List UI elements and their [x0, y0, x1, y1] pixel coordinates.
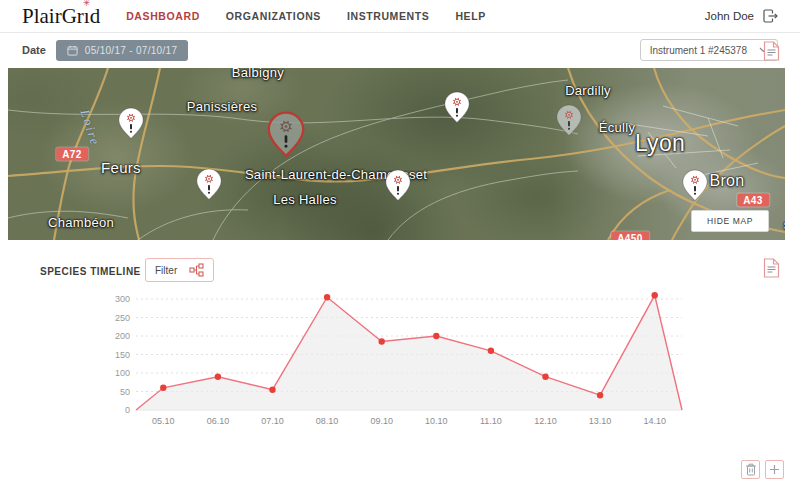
map-marker[interactable]: [196, 168, 223, 201]
logout-icon[interactable]: [763, 9, 778, 23]
map-place-label: Feurs: [101, 159, 141, 176]
map-marker[interactable]: [118, 107, 145, 140]
svg-text:12.10: 12.10: [534, 416, 557, 426]
dashboard-page: PlairGr✳ıd DASHBOARDORGANIZATIONSINSTRUM…: [0, 0, 800, 500]
trash-icon: [745, 463, 757, 476]
chart-point[interactable]: [542, 374, 548, 380]
map-place-label: Dardilly: [565, 83, 611, 98]
road-badge: A72: [56, 148, 88, 161]
filter-icon: [189, 263, 204, 277]
chart-point[interactable]: [324, 294, 330, 300]
road-badge: A450: [611, 232, 649, 241]
toolbar-right: Instrument 1 #245378: [640, 39, 778, 61]
chart-point[interactable]: [379, 338, 385, 344]
nav-item-organizations[interactable]: ORGANIZATIONS: [226, 10, 321, 22]
svg-text:08.10: 08.10: [316, 416, 339, 426]
map-place-label: Chambéon: [48, 215, 114, 230]
filter-button[interactable]: Filter: [145, 258, 214, 282]
svg-text:14.10: 14.10: [643, 416, 666, 426]
svg-text:09.10: 09.10: [370, 416, 393, 426]
app-logo[interactable]: PlairGr✳ıd: [22, 6, 100, 27]
svg-text:100: 100: [115, 368, 130, 378]
chart-point[interactable]: [215, 374, 221, 380]
main-nav: DASHBOARDORGANIZATIONSINSTRUMENTSHELP: [126, 10, 705, 22]
export-report-button[interactable]: [763, 41, 780, 61]
map-place-label: Écully: [599, 120, 635, 135]
svg-text:300: 300: [115, 294, 130, 304]
plus-icon: [769, 464, 780, 475]
svg-text:06.10: 06.10: [207, 416, 230, 426]
add-timeline-button[interactable]: [765, 460, 784, 479]
map-place-label: Lyon: [635, 130, 685, 157]
chart-point[interactable]: [433, 333, 439, 339]
user-area: John Doe: [705, 9, 778, 23]
svg-text:11.10: 11.10: [480, 416, 502, 426]
svg-text:05.10: 05.10: [152, 416, 175, 426]
map-marker[interactable]: [682, 169, 709, 202]
svg-text:0: 0: [125, 405, 130, 415]
map-marker[interactable]: [444, 91, 471, 124]
map-place-label: Bron: [710, 172, 745, 190]
species-timeline-title: SPECIES TIMELINE: [40, 266, 141, 277]
user-name[interactable]: John Doe: [705, 10, 754, 22]
logo-gear-icon: ✳: [83, 0, 91, 8]
road-badge: A43: [737, 194, 769, 207]
map-place-label: Balbigny: [232, 68, 284, 80]
svg-text:13.10: 13.10: [589, 416, 612, 426]
svg-text:150: 150: [115, 350, 130, 360]
chart-point[interactable]: [597, 392, 603, 398]
map-marker[interactable]: [385, 169, 412, 202]
date-range-value: 05/10/17 - 07/10/17: [85, 45, 177, 56]
map-place-label: st: [784, 217, 785, 232]
instrument-select-value: Instrument 1 #245378: [650, 45, 747, 56]
date-label: Date: [22, 44, 46, 56]
logo-text-post: d: [90, 4, 101, 28]
hide-map-button[interactable]: HIDE MAP: [691, 210, 769, 232]
svg-text:50: 50: [120, 387, 130, 397]
map[interactable]: BalbignyPanissièresFeursChambéonSaint-La…: [8, 68, 785, 240]
chart-point[interactable]: [269, 387, 275, 393]
chart-point[interactable]: [160, 385, 166, 391]
nav-item-instruments[interactable]: INSTRUMENTS: [347, 10, 429, 22]
svg-text:07.10: 07.10: [261, 416, 284, 426]
chart-point[interactable]: [488, 348, 494, 354]
filter-toolbar: Date 05/10/17 - 07/10/17 Instrument 1 #2…: [0, 33, 800, 67]
map-marker-selected[interactable]: [267, 111, 305, 158]
map-marker-muted[interactable]: [556, 104, 583, 137]
species-timeline-chart: 05010015020025030005.1006.1007.1008.1009…: [112, 290, 692, 446]
svg-text:200: 200: [115, 331, 130, 341]
map-place-label: Les Halles: [273, 192, 337, 207]
instrument-select[interactable]: Instrument 1 #245378: [640, 39, 778, 61]
delete-timeline-button[interactable]: [741, 460, 760, 479]
nav-item-dashboard[interactable]: DASHBOARD: [126, 10, 200, 22]
export-timeline-button[interactable]: [763, 258, 780, 278]
logo-text-pre: PlairGr: [22, 4, 84, 28]
nav-item-help[interactable]: HELP: [455, 10, 485, 22]
filter-button-label: Filter: [155, 265, 177, 276]
app-header: PlairGr✳ıd DASHBOARDORGANIZATIONSINSTRUM…: [0, 0, 800, 33]
calendar-icon: [67, 45, 78, 56]
map-place-label: Panissières: [187, 99, 258, 114]
svg-text:10.10: 10.10: [425, 416, 448, 426]
date-range-button[interactable]: 05/10/17 - 07/10/17: [56, 40, 188, 61]
svg-text:250: 250: [115, 313, 130, 323]
chart-point[interactable]: [652, 292, 658, 298]
timeline-actions: [741, 460, 784, 479]
